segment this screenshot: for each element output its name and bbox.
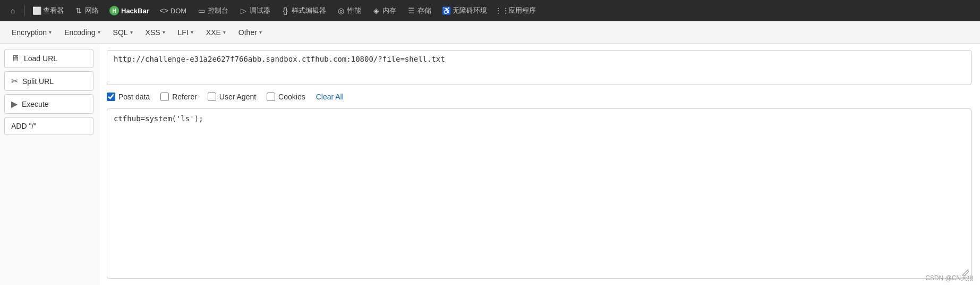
load-url-label: Load URL — [24, 54, 57, 63]
url-container — [107, 50, 972, 85]
referer-label: Referer — [172, 93, 197, 101]
toolbar-accessibility[interactable]: ♿ 无障碍环境 — [438, 4, 491, 18]
toolbar-console[interactable]: ▭ 控制台 — [193, 4, 233, 18]
toolbar-application[interactable]: ⋮⋮ 应用程序 — [493, 4, 540, 18]
toolbar-home[interactable]: ⌂ — [4, 4, 21, 17]
other-menu[interactable]: Other ▾ — [233, 25, 267, 40]
application-icon: ⋮⋮ — [498, 6, 506, 15]
cookies-label: Cookies — [278, 93, 305, 101]
post-data-checkbox-item[interactable]: Post data — [107, 93, 150, 101]
network-icon: ⇅ — [74, 6, 83, 15]
menubar: Encryption ▾ Encoding ▾ SQL ▾ XSS ▾ LFI … — [0, 21, 980, 44]
toolbar-memory[interactable]: ◈ 内存 — [368, 4, 400, 18]
add-slash-label: ADD "/" — [11, 122, 36, 130]
lfi-menu-label: LFI — [178, 28, 189, 37]
post-data-label: Post data — [118, 93, 150, 101]
toolbar-debugger[interactable]: ▷ 调试器 — [235, 4, 275, 18]
memory-icon: ◈ — [372, 6, 380, 15]
post-data-textarea[interactable] — [107, 109, 971, 278]
toolbar-dom[interactable]: <> DOM — [156, 4, 191, 17]
xss-menu[interactable]: XSS ▾ — [140, 25, 171, 40]
toolbar-network-label: 网络 — [85, 6, 99, 15]
load-url-button[interactable]: 🖥 Load URL — [4, 49, 93, 68]
xxe-menu[interactable]: XXE ▾ — [201, 25, 231, 40]
xss-menu-label: XSS — [146, 28, 160, 37]
sql-menu[interactable]: SQL ▾ — [108, 25, 138, 40]
sql-menu-arrow: ▾ — [130, 29, 133, 35]
toolbar-hackbar[interactable]: H HackBar — [105, 4, 154, 18]
encryption-menu-arrow: ▾ — [49, 29, 52, 35]
hackbar-icon: H — [109, 6, 119, 15]
encryption-menu-label: Encryption — [12, 28, 47, 37]
console-icon: ▭ — [197, 6, 206, 15]
inspector-icon: ⬜ — [32, 6, 41, 15]
split-url-label: Split URL — [22, 77, 54, 86]
encryption-menu[interactable]: Encryption ▾ — [6, 25, 57, 40]
user-agent-checkbox[interactable] — [208, 93, 216, 101]
toolbar-separator — [24, 5, 25, 16]
post-data-container — [107, 108, 972, 279]
storage-icon: ☰ — [407, 6, 415, 15]
accessibility-icon: ♿ — [442, 6, 450, 15]
toolbar-style-editor-label: 样式编辑器 — [292, 6, 326, 15]
execute-label: Execute — [22, 100, 49, 108]
split-url-button[interactable]: ✂ Split URL — [4, 71, 93, 91]
debugger-icon: ▷ — [239, 6, 248, 15]
sql-menu-label: SQL — [113, 28, 128, 37]
toolbar-network[interactable]: ⇅ 网络 — [70, 4, 103, 18]
lfi-menu-arrow: ▾ — [191, 29, 193, 35]
toolbar-inspector-label: 查看器 — [43, 6, 64, 15]
add-slash-button[interactable]: ADD "/" — [4, 117, 93, 135]
other-menu-arrow: ▾ — [259, 29, 262, 35]
main-area: 🖥 Load URL ✂ Split URL ▶ Execute ADD "/"… — [0, 44, 980, 285]
toolbar-storage-label: 存储 — [417, 6, 431, 15]
xxe-menu-label: XXE — [206, 28, 221, 37]
footer-credit-text: CSDN @CN天狼 — [925, 274, 974, 282]
xss-menu-arrow: ▾ — [163, 29, 165, 35]
toolbar: ⌂ ⬜ 查看器 ⇅ 网络 H HackBar <> DOM ▭ 控制台 ▷ 调试… — [0, 0, 980, 21]
cookies-checkbox[interactable] — [267, 93, 275, 101]
sidebar: 🖥 Load URL ✂ Split URL ▶ Execute ADD "/" — [0, 44, 98, 285]
toolbar-accessibility-label: 无障碍环境 — [453, 6, 487, 15]
lfi-menu[interactable]: LFI ▾ — [173, 25, 199, 40]
dom-icon: <> — [160, 6, 168, 15]
style-editor-icon: {} — [281, 6, 289, 15]
cookies-checkbox-item[interactable]: Cookies — [267, 93, 305, 101]
user-agent-checkbox-item[interactable]: User Agent — [208, 93, 256, 101]
other-menu-label: Other — [238, 28, 257, 37]
encoding-menu[interactable]: Encoding ▾ — [59, 25, 105, 40]
performance-icon: ◎ — [337, 6, 345, 15]
checkboxes-row: Post data Referer User Agent Cookies Cle… — [107, 90, 972, 103]
encoding-menu-label: Encoding — [64, 28, 95, 37]
toolbar-console-label: 控制台 — [208, 6, 228, 15]
execute-button[interactable]: ▶ Execute — [4, 94, 93, 114]
load-url-icon: 🖥 — [11, 54, 20, 63]
toolbar-storage[interactable]: ☰ 存储 — [403, 4, 436, 18]
post-data-checkbox[interactable] — [107, 93, 115, 101]
content-area: Post data Referer User Agent Cookies Cle… — [98, 44, 980, 285]
toolbar-dom-label: DOM — [171, 7, 186, 15]
toolbar-memory-label: 内存 — [382, 6, 396, 15]
encoding-menu-arrow: ▾ — [98, 29, 100, 35]
xxe-menu-arrow: ▾ — [223, 29, 226, 35]
user-agent-label: User Agent — [219, 93, 256, 101]
toolbar-application-label: 应用程序 — [508, 6, 536, 15]
toolbar-debugger-label: 调试器 — [250, 6, 270, 15]
url-input[interactable] — [114, 55, 965, 78]
toolbar-performance[interactable]: ◎ 性能 — [333, 4, 365, 18]
footer-credit: CSDN @CN天狼 — [925, 274, 974, 283]
toolbar-style-editor[interactable]: {} 样式编辑器 — [277, 4, 330, 18]
referer-checkbox[interactable] — [160, 93, 169, 101]
execute-icon: ▶ — [11, 99, 18, 109]
toolbar-performance-label: 性能 — [347, 6, 361, 15]
toolbar-inspector[interactable]: ⬜ 查看器 — [28, 4, 68, 18]
clear-all-button[interactable]: Clear All — [316, 93, 344, 101]
referer-checkbox-item[interactable]: Referer — [160, 93, 197, 101]
toolbar-hackbar-label: HackBar — [121, 7, 149, 15]
home-icon: ⌂ — [8, 6, 17, 15]
split-url-icon: ✂ — [11, 76, 18, 86]
